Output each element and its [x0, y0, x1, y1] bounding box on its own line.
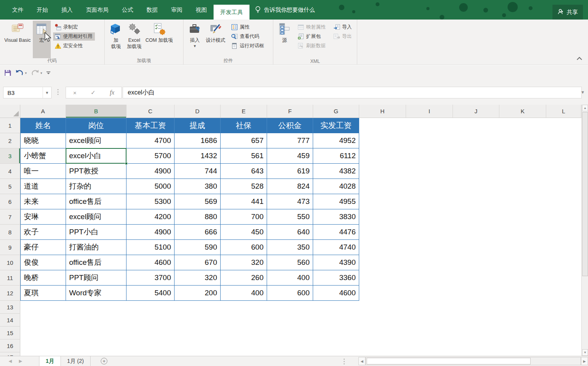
row-header-16[interactable]: 16: [0, 339, 20, 352]
cell-E9[interactable]: 600: [221, 240, 267, 255]
row-header-6[interactable]: 6: [0, 194, 20, 209]
cell-B11[interactable]: PPT顾问: [66, 270, 127, 286]
cell-C11[interactable]: 3700: [127, 270, 175, 286]
cell-C4[interactable]: 4900: [127, 164, 175, 179]
cell-C7[interactable]: 4200: [127, 209, 175, 225]
horizontal-scrollbar-thumb[interactable]: [367, 358, 531, 364]
row-header-7[interactable]: 7: [0, 209, 20, 225]
row-header-5[interactable]: 5: [0, 179, 20, 194]
new-sheet-button[interactable]: +: [101, 358, 107, 364]
row-header-14[interactable]: 14: [0, 314, 20, 327]
cell-B1[interactable]: 岗位: [66, 118, 127, 133]
sheet-nav-right-icon[interactable]: ▶: [19, 359, 22, 364]
visual-basic-button[interactable]: Visual Basic: [2, 21, 33, 58]
row-header-10[interactable]: 10: [0, 255, 20, 270]
cell-A5[interactable]: 道道: [20, 179, 66, 194]
cell-B8[interactable]: PPT小白: [66, 225, 127, 240]
vertical-scrollbar[interactable]: ▲ ▼: [581, 105, 588, 356]
cell-A1[interactable]: 姓名: [20, 118, 66, 133]
row-header-8[interactable]: 8: [0, 225, 20, 240]
column-header-G[interactable]: G: [313, 105, 359, 118]
cell-A9[interactable]: 豪仔: [20, 240, 66, 255]
row-header-4[interactable]: 4: [0, 164, 20, 179]
column-header-H[interactable]: H: [359, 105, 406, 118]
undo-dropdown-icon[interactable]: ▾: [25, 71, 27, 75]
cell-D6[interactable]: 569: [175, 194, 221, 209]
row-header-12[interactable]: 12: [0, 286, 20, 301]
cell-F9[interactable]: 350: [267, 240, 313, 255]
column-header-K[interactable]: K: [499, 105, 546, 118]
cell-B3[interactable]: excel小白: [66, 148, 127, 164]
row-header-3[interactable]: 3: [0, 148, 20, 164]
tabbar-splitter[interactable]: [344, 359, 345, 364]
scroll-left-icon[interactable]: ◀: [358, 357, 365, 365]
cell-C8[interactable]: 4900: [127, 225, 175, 240]
save-button[interactable]: [4, 69, 11, 77]
column-header-C[interactable]: C: [127, 105, 175, 118]
cell-E2[interactable]: 657: [221, 133, 267, 148]
expansion-packs-button[interactable]: 扩展包: [296, 32, 328, 41]
cell-G12[interactable]: 4600: [313, 286, 359, 301]
column-header-F[interactable]: F: [267, 105, 313, 118]
tab-审阅[interactable]: 审阅: [164, 0, 189, 20]
sheet-tab-1月 (2)[interactable]: 1月 (2): [61, 356, 91, 366]
formula-bar-splitter[interactable]: [57, 89, 59, 95]
record-macro-button[interactable]: 录制宏: [53, 23, 95, 31]
row-header-11[interactable]: 11: [0, 270, 20, 286]
view-code-button[interactable]: 查看代码: [230, 32, 267, 41]
cell-F6[interactable]: 473: [267, 194, 313, 209]
cell-B4[interactable]: PPT教授: [66, 164, 127, 179]
xml-source-button[interactable]: 源: [276, 21, 294, 58]
column-header-A[interactable]: A: [20, 105, 66, 118]
cell-G8[interactable]: 4476: [313, 225, 359, 240]
cell-D3[interactable]: 1432: [175, 148, 221, 164]
cell-E11[interactable]: 260: [221, 270, 267, 286]
tell-me-box[interactable]: 告诉我你想要做什么: [249, 0, 321, 20]
cell-G2[interactable]: 4952: [313, 133, 359, 148]
cell-B5[interactable]: 打杂的: [66, 179, 127, 194]
row-header-13[interactable]: 13: [0, 301, 20, 314]
cell-D5[interactable]: 380: [175, 179, 221, 194]
tab-开发工具[interactable]: 开发工具: [214, 5, 249, 20]
tab-插入[interactable]: 插入: [55, 0, 79, 20]
tab-文件[interactable]: 文件: [5, 0, 30, 20]
column-header-L[interactable]: L: [546, 105, 581, 118]
cell-E3[interactable]: 561: [221, 148, 267, 164]
cell-G10[interactable]: 4390: [313, 255, 359, 270]
cell-C1[interactable]: 基本工资: [127, 118, 175, 133]
vertical-scrollbar-thumb[interactable]: [582, 112, 588, 276]
cell-C10[interactable]: 4600: [127, 255, 175, 270]
cell-C12[interactable]: 5400: [127, 286, 175, 301]
cell-B6[interactable]: office售后: [66, 194, 127, 209]
column-header-I[interactable]: I: [406, 105, 453, 118]
com-addins-button[interactable]: COM 加载项: [144, 21, 175, 58]
tab-公式[interactable]: 公式: [115, 0, 140, 20]
column-header-B[interactable]: B: [66, 105, 127, 118]
cell-E1[interactable]: 社保: [221, 118, 267, 133]
excel-addins-button[interactable]: Excel 加载项: [125, 21, 144, 58]
cell-A10[interactable]: 俊俊: [20, 255, 66, 270]
cell-C3[interactable]: 5700: [127, 148, 175, 164]
cell-F7[interactable]: 550: [267, 209, 313, 225]
column-header-D[interactable]: D: [175, 105, 221, 118]
name-box-dropdown-icon[interactable]: ▼: [43, 87, 51, 98]
horizontal-scrollbar[interactable]: ◀ ▶: [358, 357, 588, 365]
addins-cube-button[interactable]: 加 载项: [107, 21, 125, 58]
cell-E7[interactable]: 700: [221, 209, 267, 225]
cell-E6[interactable]: 441: [221, 194, 267, 209]
cell-G11[interactable]: 3360: [313, 270, 359, 286]
cell-D7[interactable]: 880: [175, 209, 221, 225]
cell-G7[interactable]: 3830: [313, 209, 359, 225]
row-header-2[interactable]: 2: [0, 133, 20, 148]
cell-E12[interactable]: 400: [221, 286, 267, 301]
cell-A2[interactable]: 晓晓: [20, 133, 66, 148]
collapse-ribbon-button[interactable]: [576, 55, 583, 62]
cell-D1[interactable]: 提成: [175, 118, 221, 133]
insert-function-icon[interactable]: fx: [110, 89, 114, 96]
customize-qat-button[interactable]: [46, 71, 51, 75]
cell-G9[interactable]: 4740: [313, 240, 359, 255]
cell-F2[interactable]: 777: [267, 133, 313, 148]
cell-E8[interactable]: 450: [221, 225, 267, 240]
cell-A8[interactable]: 欢子: [20, 225, 66, 240]
cell-D12[interactable]: 200: [175, 286, 221, 301]
